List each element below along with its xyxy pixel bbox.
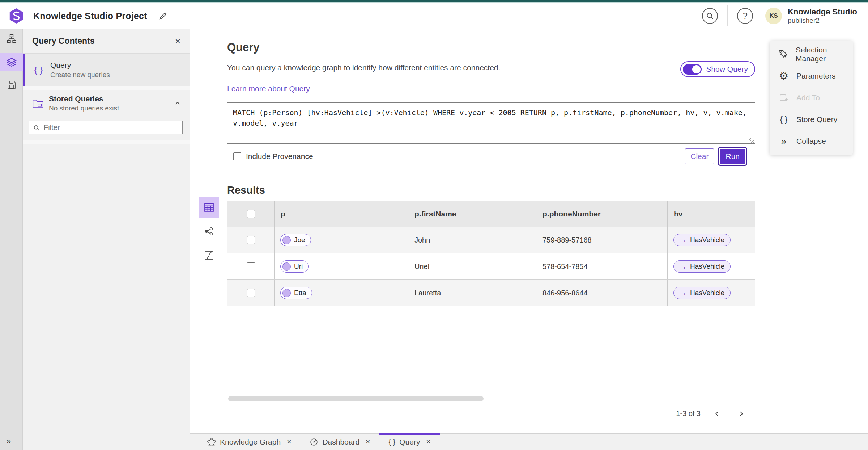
column-header-p: p <box>275 201 408 227</box>
arrow-right-icon: → <box>680 262 687 271</box>
search-button[interactable] <box>702 8 718 24</box>
panel-title-row: Query Contents ✕ <box>23 29 190 54</box>
rail-save-button[interactable] <box>0 76 23 94</box>
menu-item-selection-manager[interactable]: Selection Manager <box>770 43 853 65</box>
learn-more-link[interactable]: Learn more about Query <box>227 84 310 93</box>
panel-item-query-subtitle: Create new queries <box>50 71 110 79</box>
panel-item-query[interactable]: { } Query Create new queries <box>23 54 190 86</box>
menu-label: Store Query <box>796 115 837 124</box>
row-checkbox[interactable] <box>247 289 255 297</box>
edit-title-button[interactable] <box>158 10 169 21</box>
map-view-button[interactable] <box>199 245 219 265</box>
save-icon <box>7 80 16 89</box>
stored-queries-subtitle: No stored queries exist <box>49 104 119 112</box>
menu-label: Selection Manager <box>796 46 853 63</box>
tab-label: Query <box>399 438 420 446</box>
query-editor: MATCH (p:Person)-[hv:HasVehicle]->(v:Veh… <box>227 102 755 169</box>
column-header-hv: hv <box>668 201 755 227</box>
table-empty-area <box>227 306 755 395</box>
include-provenance-label: Include Provenance <box>246 152 313 161</box>
close-icon[interactable]: ✕ <box>426 438 431 446</box>
relationship-label: HasVehicle <box>690 262 724 270</box>
avatar[interactable]: KS <box>765 8 782 24</box>
relationship-pill[interactable]: → HasVehicle <box>673 260 731 273</box>
help-icon: ? <box>743 11 747 21</box>
run-button[interactable]: Run <box>719 148 746 165</box>
close-icon[interactable]: ✕ <box>175 37 181 46</box>
show-query-toggle[interactable]: Show Query <box>680 61 755 77</box>
entity-pill[interactable]: Joe <box>280 234 311 246</box>
close-icon[interactable]: ✕ <box>286 438 292 446</box>
rail-expand-button[interactable]: » <box>6 436 11 446</box>
cell-firstname: Lauretta <box>408 280 536 306</box>
table-row: Etta Lauretta 846-956-8644 → HasVehicle <box>227 280 755 306</box>
pagination-range: 1-3 of 3 <box>676 409 701 418</box>
chevron-left-icon <box>713 410 721 418</box>
entity-node-icon <box>282 236 291 244</box>
tab-knowledge-graph[interactable]: Knowledge Graph ✕ <box>198 434 301 450</box>
help-button[interactable]: ? <box>737 8 753 24</box>
cell-phone: 759-889-57168 <box>536 227 668 253</box>
query-textarea[interactable]: MATCH (p:Person)-[hv:HasVehicle]->(v:Veh… <box>227 102 755 144</box>
page-title: Query <box>227 29 755 54</box>
filter-input[interactable] <box>44 123 179 132</box>
menu-item-parameters[interactable]: ⚙ Parameters <box>770 65 853 87</box>
scrollbar-thumb[interactable] <box>228 396 484 401</box>
entity-pill[interactable]: Uri <box>280 260 309 273</box>
hierarchy-icon <box>7 34 17 44</box>
tab-query[interactable]: { } Query ✕ <box>379 434 440 450</box>
rail-layers-button[interactable] <box>0 53 23 71</box>
results-table: p p.firstName p.phoneNumber hv Joe John … <box>227 201 755 424</box>
table-view-icon <box>204 202 214 213</box>
previous-page-button[interactable] <box>710 407 724 421</box>
include-provenance-checkbox[interactable] <box>233 152 241 160</box>
row-checkbox[interactable] <box>247 236 255 244</box>
panel-separator <box>23 86 190 90</box>
entity-label: Joe <box>294 236 305 244</box>
show-query-label: Show Query <box>706 65 748 73</box>
table-row: Joe John 759-889-57168 → HasVehicle <box>227 227 755 253</box>
project-title: Knowledge Studio Project <box>33 11 147 21</box>
menu-item-store-query[interactable]: { } Store Query <box>770 109 853 130</box>
table-header-row: p p.firstName p.phoneNumber hv <box>227 201 755 227</box>
close-icon[interactable]: ✕ <box>365 438 370 446</box>
relationship-pill[interactable]: → HasVehicle <box>673 287 731 299</box>
stored-queries-text: Stored Queries No stored queries exist <box>49 94 119 112</box>
product-name: Knowledge Studio <box>788 8 857 17</box>
clear-button[interactable]: Clear <box>685 148 714 164</box>
resize-grip[interactable] <box>749 138 754 143</box>
app-logo <box>8 8 25 24</box>
graph-view-button[interactable] <box>199 221 219 241</box>
cell-phone: 846-956-8644 <box>536 280 668 306</box>
entity-label: Etta <box>294 289 306 297</box>
rail-hierarchy-button[interactable] <box>0 30 23 48</box>
next-page-button[interactable] <box>734 407 748 421</box>
header-checkbox-cell <box>227 201 275 227</box>
chevron-up-icon[interactable] <box>174 99 182 107</box>
relationship-pill[interactable]: → HasVehicle <box>673 234 731 246</box>
braces-icon: { } <box>34 65 50 75</box>
horizontal-scrollbar <box>227 395 755 403</box>
document-tab-bar: Knowledge Graph ✕ Dashboard ✕ { } Query … <box>190 433 868 450</box>
query-contents-panel: Query Contents ✕ { } Query Create new qu… <box>23 29 190 450</box>
entity-node-icon <box>282 262 291 271</box>
menu-item-add-to: Add To <box>770 87 853 109</box>
knowledge-graph-icon <box>207 438 216 446</box>
gear-icon: ⚙ <box>778 71 789 81</box>
select-all-checkbox[interactable] <box>247 210 255 218</box>
tab-dashboard[interactable]: Dashboard ✕ <box>301 434 379 450</box>
panel-item-query-title: Query <box>50 61 110 70</box>
braces-icon: { } <box>778 115 789 124</box>
stored-queries-header[interactable]: Stored Queries No stored queries exist <box>23 90 190 116</box>
relationship-label: HasVehicle <box>690 289 724 297</box>
tab-label: Knowledge Graph <box>220 438 281 446</box>
double-chevron-icon: » <box>778 136 789 146</box>
arrow-right-icon: → <box>680 236 687 244</box>
filter-field <box>29 121 183 134</box>
entity-pill[interactable]: Etta <box>280 287 312 299</box>
pencil-icon <box>158 11 168 21</box>
row-checkbox[interactable] <box>247 262 255 270</box>
table-view-button[interactable] <box>199 197 219 218</box>
menu-item-collapse[interactable]: » Collapse <box>770 130 853 152</box>
top-accent-bar-light <box>0 2 868 3</box>
